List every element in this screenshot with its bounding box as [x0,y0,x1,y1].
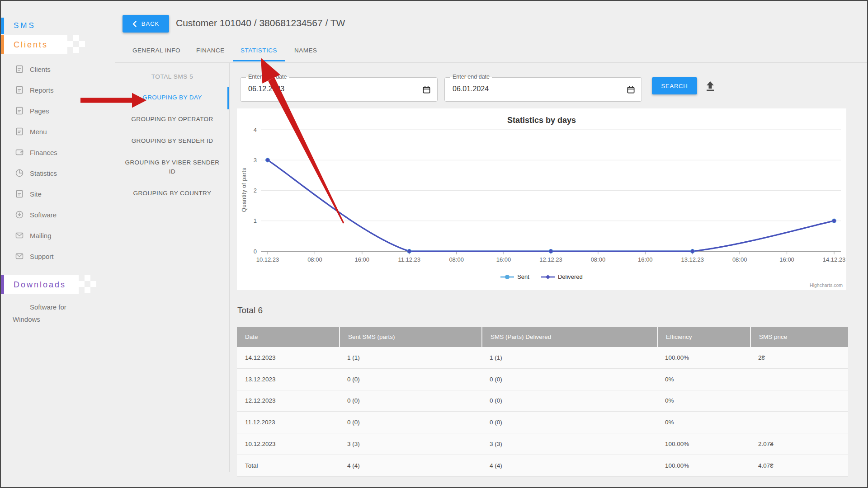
svg-text:1: 1 [254,217,257,224]
table-row: 12.12.20230 (0)0 (0)0% [237,390,848,412]
document-icon [15,189,24,198]
subnav-grouping-by-country[interactable]: GROUPING BY COUNTRY [125,189,220,198]
svg-text:10.12.23: 10.12.23 [256,256,279,263]
sidebar-section-clients[interactable]: Clients [14,35,48,54]
sidebar-item-label: Statistics [30,169,57,177]
chart-y-axis-title: Quantity of parts [241,156,248,224]
sidebar-brand-sms[interactable]: SMS [14,18,36,34]
chart-legend: SentDelivered [237,273,846,280]
sidebar-item-mailing[interactable]: Mailing [1,225,115,246]
table-cell: 0% [657,419,750,426]
svg-text:08:00: 08:00 [449,256,464,263]
end-date-value: 06.01.2024 [453,85,489,93]
table-cell: 0 (0) [481,397,657,404]
calendar-icon[interactable] [422,85,431,94]
sidebar-item-label: Software [30,211,57,219]
download-icon [15,210,24,219]
sidebar-item-software-for-windows[interactable]: Software for Windows [13,301,94,325]
legend-item-delivered[interactable]: Delivered [541,273,583,280]
sidebar-item-finances[interactable]: Finances [1,142,115,163]
table-cell: 0% [657,397,750,404]
subnav-grouping-by-operator[interactable]: GROUPING BY OPERATOR [125,115,220,124]
clients-section-bar [1,35,4,54]
start-date-input[interactable]: Enter start date 06.12.2023 [240,77,438,102]
table-cell: 3 (3) [339,441,481,447]
pie-chart-icon [15,169,24,178]
table-cell: 100.00% [657,441,750,447]
svg-text:2: 2 [254,187,257,194]
table-row: 10.12.20233 (3)3 (3)100.00%2.07₴ [237,433,848,455]
table-cell: 0 (0) [339,376,481,383]
pixel-decoration [73,47,79,53]
sidebar-item-label: Site [30,190,42,198]
svg-text:08:00: 08:00 [307,256,322,263]
sidebar-menu: ClientsReportsPagesMenuFinancesStatistic… [1,59,115,267]
table-cell: 2.07₴ [750,441,848,447]
calendar-icon[interactable] [627,85,635,94]
legend-item-sent[interactable]: Sent [500,273,529,280]
tab-names[interactable]: NAMES [294,46,317,56]
sidebar-item-pages[interactable]: Pages [1,100,115,121]
svg-text:13.12.23: 13.12.23 [681,256,704,263]
svg-text:08:00: 08:00 [732,256,747,263]
pixel-decoration [73,35,79,41]
table-cell: 4.07₴ [750,462,848,469]
subnav-grouping-by-sender-id[interactable]: GROUPING BY SENDER ID [125,136,220,145]
tab-general-info[interactable]: GENERAL INFO [132,46,180,56]
table-total-heading: Total 6 [237,305,263,315]
svg-text:12.12.23: 12.12.23 [539,256,562,263]
svg-text:16:00: 16:00 [638,256,653,263]
diamond-marker-icon [541,274,555,280]
table-row: Total4 (4)4 (4)100.00%4.07₴ [237,455,848,477]
table-cell: 14.12.2023 [237,354,339,361]
table-cell: 12.12.2023 [237,397,339,404]
sidebar-section-downloads[interactable]: Downloads [14,275,66,294]
search-button[interactable]: SEARCH [652,77,697,94]
sidebar-item-menu[interactable]: Menu [1,121,115,142]
active-tab-underline [233,60,285,61]
subnav-grouping-by-viber-sender-id[interactable]: GROUPING BY VIBER SENDER ID [125,158,220,176]
sidebar-item-software[interactable]: Software [1,204,115,225]
circle-marker-icon [500,274,514,280]
pixel-decoration [85,287,90,293]
tab-finance[interactable]: FINANCE [196,46,225,56]
sidebar-item-support[interactable]: Support [1,246,115,267]
document-icon [15,106,24,115]
vertical-divider [229,63,230,472]
table-cell: 4 (4) [339,462,481,469]
pixel-decoration [67,41,73,47]
table-row: 11.12.20230 (0)0 (0)0% [237,412,848,433]
sidebar-item-statistics[interactable]: Statistics [1,163,115,183]
column-header-sms-price: SMS price [750,327,848,347]
envelope-icon [15,252,24,261]
svg-text:16:00: 16:00 [355,256,370,263]
chart-title: Statistics by days [237,116,846,125]
document-icon [15,127,24,136]
highcharts-credit-link[interactable]: Highcharts.com [810,282,843,288]
subnav-total-sms: TOTAL SMS 5 [115,72,229,81]
svg-text:16:00: 16:00 [779,256,794,263]
sidebar-item-label: Pages [30,107,49,115]
upload-icon[interactable] [704,80,716,92]
document-icon [15,85,24,94]
downloads-section-bar [1,275,4,294]
svg-text:16:00: 16:00 [496,256,511,263]
table-cell: 100.00% [657,354,750,361]
sidebar-item-site[interactable]: Site [1,183,115,204]
sidebar-item-reports[interactable]: Reports [1,80,115,100]
table-cell: 0 (0) [339,419,481,426]
end-date-input[interactable]: Enter end date 06.01.2024 [444,77,642,102]
table-header-row: DateSent SMS (parts)SMS (Parts) Delivere… [237,327,848,347]
svg-text:08:00: 08:00 [591,256,606,263]
back-button[interactable]: BACK [123,15,169,33]
document-icon [15,65,24,74]
svg-text:0: 0 [254,248,257,255]
table-cell: 1 (1) [481,354,657,361]
subnav-grouping-by-day[interactable]: GROUPING BY DAY [125,93,220,102]
sidebar-item-label: Support [30,253,54,260]
statistics-chart-panel: Statistics by days Quantity of parts 012… [237,108,846,290]
tab-statistics[interactable]: STATISTICS [241,46,277,56]
pixel-decoration [79,41,85,47]
table-cell: 4 (4) [481,462,657,469]
sidebar-item-clients[interactable]: Clients [1,59,115,80]
